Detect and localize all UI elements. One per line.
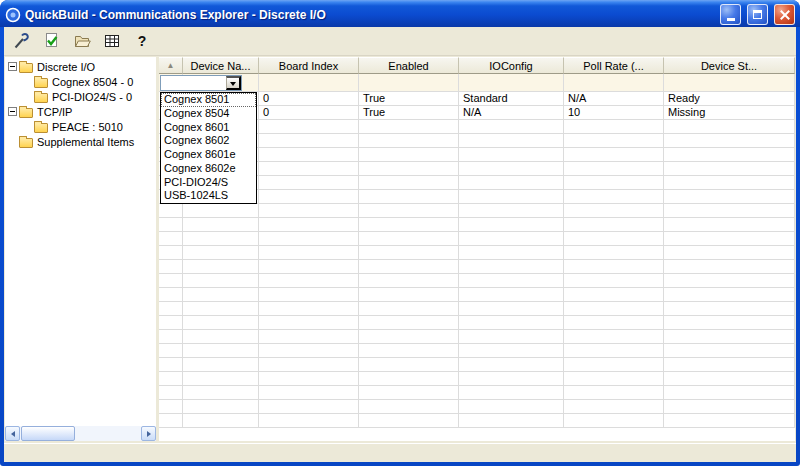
device-name-input[interactable]	[161, 76, 226, 90]
grid-cell	[564, 176, 664, 190]
grid-cell	[664, 288, 795, 302]
tree-item-peace-5010[interactable]: PEACE : 5010	[5, 119, 156, 134]
tree-item-pci-dio24-s-0[interactable]: PCI-DIO24/S - 0	[5, 89, 156, 104]
column-header-device-st[interactable]: Device St...	[664, 57, 795, 74]
maximize-button[interactable]	[747, 4, 768, 25]
grid-cell	[664, 260, 795, 274]
minimize-button[interactable]	[720, 4, 741, 25]
collapse-expander-icon[interactable]	[8, 107, 17, 116]
grid-cell	[564, 344, 664, 358]
grid-empty-row[interactable]	[159, 204, 795, 218]
maximize-icon	[753, 10, 762, 19]
grid-empty-row[interactable]	[159, 358, 795, 372]
minimize-icon	[727, 18, 735, 21]
grid-cell	[183, 218, 259, 232]
grid-cell	[183, 414, 259, 428]
dropdown-option-cognex-8602[interactable]: Cognex 8602	[161, 134, 256, 148]
grid-empty-row[interactable]	[159, 372, 795, 386]
dropdown-option-cognex-8504[interactable]: Cognex 8504	[161, 107, 256, 121]
row-selector-header[interactable]: ▲	[159, 57, 183, 74]
column-header-enabled[interactable]: Enabled	[359, 57, 459, 74]
grid-empty-row[interactable]	[159, 218, 795, 232]
dropdown-option-pci-dio24-s[interactable]: PCI-DIO24/S	[161, 176, 256, 190]
grid-cell: Standard	[459, 92, 564, 106]
grid-cell	[459, 260, 564, 274]
grid-cell	[459, 414, 564, 428]
scrollbar-thumb[interactable]	[21, 426, 75, 441]
grid-empty-row[interactable]	[159, 316, 795, 330]
grid-empty-row[interactable]	[159, 260, 795, 274]
row-selector-cell	[159, 288, 183, 302]
grid-cell	[564, 400, 664, 414]
scroll-right-button[interactable]	[141, 426, 156, 441]
close-button[interactable]	[774, 4, 795, 25]
probe-tool-button[interactable]	[9, 29, 35, 54]
grid-cell	[359, 120, 459, 134]
scroll-left-button[interactable]	[5, 426, 20, 441]
grid-cell	[664, 386, 795, 400]
grid-cell	[183, 358, 259, 372]
title-bar[interactable]: QuickBuild - Communications Explorer - D…	[0, 0, 800, 27]
grid-empty-row[interactable]	[159, 400, 795, 414]
tree-item-tcp-ip[interactable]: TCP/IP	[5, 104, 156, 119]
scrollbar-track[interactable]	[20, 426, 141, 441]
dropdown-option-cognex-8601[interactable]: Cognex 8601	[161, 121, 256, 135]
grid-cell: 0	[259, 92, 359, 106]
grid-new-row[interactable]	[159, 74, 795, 92]
device-list-button[interactable]	[99, 29, 125, 54]
grid-cell	[664, 148, 795, 162]
grid-cell	[359, 260, 459, 274]
grid-cell	[183, 302, 259, 316]
tree-item-supplemental-items[interactable]: Supplemental Items	[5, 134, 156, 149]
grid-empty-row[interactable]	[159, 232, 795, 246]
dropdown-option-cognex-8501[interactable]: Cognex 8501	[161, 93, 256, 107]
grid-empty-row[interactable]	[159, 330, 795, 344]
grid-cell	[359, 162, 459, 176]
grid-cell	[664, 74, 795, 92]
grid-empty-row[interactable]	[159, 386, 795, 400]
combobox-dropdown-button[interactable]	[226, 76, 241, 90]
dropdown-option-usb-1024ls[interactable]: USB-1024LS	[161, 189, 256, 203]
grid-cell	[359, 386, 459, 400]
column-header-device-na[interactable]: Device Na...	[183, 57, 259, 74]
validate-button[interactable]	[39, 29, 65, 54]
tree-horizontal-scrollbar[interactable]	[5, 426, 156, 441]
open-button[interactable]	[69, 29, 95, 54]
grid-header-row: ▲Device Na...Board IndexEnabledIOConfigP…	[159, 57, 795, 74]
grid-empty-row[interactable]	[159, 274, 795, 288]
grid-cell	[459, 358, 564, 372]
grid-cell	[564, 204, 664, 218]
column-header-ioconfig[interactable]: IOConfig	[459, 57, 564, 74]
dropdown-option-cognex-8601e[interactable]: Cognex 8601e	[161, 148, 256, 162]
grid-cell	[183, 330, 259, 344]
grid-cell	[459, 330, 564, 344]
grid-cell: 10	[564, 106, 664, 120]
grid-cell	[459, 386, 564, 400]
dropdown-option-cognex-8602e[interactable]: Cognex 8602e	[161, 162, 256, 176]
grid-cell	[359, 176, 459, 190]
grid-empty-row[interactable]	[159, 302, 795, 316]
row-selector-cell	[159, 246, 183, 260]
grid-cell	[459, 274, 564, 288]
grid-empty-row[interactable]	[159, 246, 795, 260]
grid-cell	[359, 344, 459, 358]
column-header-board-index[interactable]: Board Index	[259, 57, 359, 74]
grid-cell	[359, 288, 459, 302]
device-grid-panel: ▲Device Na...Board IndexEnabledIOConfigP…	[159, 57, 795, 441]
help-button[interactable]: ?	[129, 29, 155, 54]
grid-empty-row[interactable]	[159, 414, 795, 428]
grid-empty-row[interactable]	[159, 288, 795, 302]
client-area: ? Discrete I/OCognex 8504 - 0PCI-DIO24/S…	[4, 27, 796, 462]
grid-cell	[259, 232, 359, 246]
tree-item-cognex-8504-0[interactable]: Cognex 8504 - 0	[5, 74, 156, 89]
grid-cell	[564, 232, 664, 246]
tree-item-discrete-i-o[interactable]: Discrete I/O	[5, 59, 156, 74]
row-selector-cell	[159, 232, 183, 246]
column-header-poll-rate[interactable]: Poll Rate (...	[564, 57, 664, 74]
grid-cell	[259, 246, 359, 260]
collapse-expander-icon[interactable]	[8, 62, 17, 71]
grid-empty-row[interactable]	[159, 344, 795, 358]
row-selector-cell	[159, 400, 183, 414]
device-name-combobox[interactable]	[160, 75, 242, 91]
grid-cell	[459, 190, 564, 204]
